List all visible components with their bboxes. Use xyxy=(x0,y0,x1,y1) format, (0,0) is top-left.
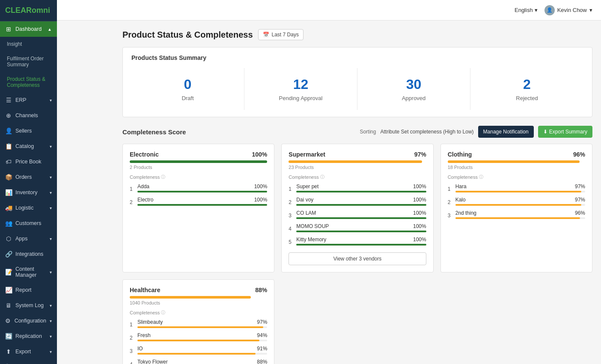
view-others-button[interactable]: View other 3 vendors xyxy=(289,252,426,265)
category-pct: 96% xyxy=(573,151,585,158)
sidebar-item-report[interactable]: 📈Report xyxy=(0,282,57,298)
vendor-rank: 4 xyxy=(289,226,296,232)
sidebar-item-channels[interactable]: ⊕Channels xyxy=(0,108,57,123)
category-pct: 97% xyxy=(414,151,426,158)
system-log-icon: 🖥 xyxy=(5,302,12,309)
sidebar-item-integrations[interactable]: 🔗Integrations xyxy=(0,246,57,262)
sidebar-item-label: Replication xyxy=(15,333,42,339)
vendor-bar-wrap xyxy=(455,204,585,206)
category-progress-bar xyxy=(130,160,267,163)
sidebar-item-export[interactable]: ⬆Export▾ xyxy=(0,344,57,359)
vendor-name: Slimbeauty xyxy=(137,319,253,325)
vendor-row: 4 Tokyo Flower 88% xyxy=(130,359,267,364)
vendor-bar xyxy=(137,204,267,206)
vendor-bar xyxy=(137,191,267,192)
vendor-rank: 1 xyxy=(289,186,296,192)
vendor-bar-wrap xyxy=(296,217,426,219)
sellers-icon: 👤 xyxy=(5,127,12,134)
chevron-icon: ▾ xyxy=(50,98,52,103)
vendor-pct: 100% xyxy=(413,183,426,189)
sidebar-item-inventory[interactable]: 📊Inventory▾ xyxy=(0,185,57,200)
sidebar-item-label: Report xyxy=(15,287,32,293)
chevron-icon: ▾ xyxy=(50,303,52,308)
vendor-rank: 2 xyxy=(448,199,455,205)
vendor-rank: 2 xyxy=(289,199,296,205)
status-item-rejected: 2 Rejected xyxy=(470,68,583,110)
category-header: Supermarket 97% xyxy=(289,151,426,158)
sidebar-item-configuration[interactable]: ⚙Configuration▾ xyxy=(0,313,57,328)
category-progress-bar xyxy=(289,160,422,163)
sidebar-item-apps[interactable]: ⬡Apps▾ xyxy=(0,231,57,246)
sorting-bar: Sorting Attribute Set completeness (High… xyxy=(360,126,592,138)
calendar-icon: 📅 xyxy=(263,32,269,38)
sidebar-item-pricebook[interactable]: 🏷Price Book xyxy=(0,154,57,169)
status-number: 30 xyxy=(406,77,422,92)
chevron-down-icon: ▾ xyxy=(589,7,592,13)
vendor-bar xyxy=(296,217,426,219)
completeness-title: Completeness Score xyxy=(122,128,186,136)
status-label: Approved xyxy=(402,95,426,101)
report-icon: 📈 xyxy=(5,287,12,293)
vendor-pct: 97% xyxy=(575,183,585,189)
sidebar-item-system[interactable]: 🔧System▾ xyxy=(0,359,57,364)
sidebar-item-fulfilment[interactable]: Fulfilment Order Summary xyxy=(0,51,57,72)
vendor-row: 1 Slimbeauty 97% xyxy=(130,319,267,330)
sidebar-item-erp[interactable]: ☰ERP▾ xyxy=(0,92,57,108)
sidebar: CLEARomni⊞Dashboard▲InsightFulfilment Or… xyxy=(0,0,57,364)
download-icon: ⬇ xyxy=(543,129,547,135)
vendor-row: 3 CO LAM 100% xyxy=(289,210,426,221)
vendor-name: Dai voy xyxy=(296,197,410,203)
language-selector[interactable]: English ▾ xyxy=(515,7,538,13)
sidebar-item-dashboard[interactable]: ⊞Dashboard▲ xyxy=(0,21,57,37)
sidebar-item-label: Orders xyxy=(15,174,32,180)
sidebar-item-logistic[interactable]: 🚚Logistic▾ xyxy=(0,200,57,216)
chevron-icon: ▾ xyxy=(50,270,52,275)
sidebar-item-orders[interactable]: 📦Orders▾ xyxy=(0,169,57,185)
sidebar-item-label: Export xyxy=(15,349,31,355)
apps-icon: ⬡ xyxy=(5,235,12,242)
category-pct: 100% xyxy=(252,151,268,158)
sidebar-item-label: Customers xyxy=(15,220,41,226)
inventory-icon: 📊 xyxy=(5,189,12,196)
sidebar-item-content-manager[interactable]: 📝Content Manager▾ xyxy=(0,262,57,282)
category-product-count: 18 Products xyxy=(448,165,585,170)
status-number: 0 xyxy=(184,77,192,92)
vendor-row: 2 Kalo 97% xyxy=(448,197,585,207)
sidebar-item-customers[interactable]: 👥Customers xyxy=(0,216,57,231)
sidebar-item-label: Inventory xyxy=(15,189,37,195)
vendor-bar-wrap xyxy=(296,191,426,192)
vendor-bar-wrap xyxy=(137,204,267,206)
vendor-bar-wrap xyxy=(296,231,426,232)
language-label: English xyxy=(515,7,533,13)
integrations-icon: 🔗 xyxy=(5,251,12,257)
vendor-pct: 94% xyxy=(257,332,267,338)
info-icon: ⓘ xyxy=(161,310,165,316)
sidebar-item-system-log[interactable]: 🖥System Log▾ xyxy=(0,298,57,313)
info-icon: ⓘ xyxy=(479,174,483,180)
vendor-rank: 1 xyxy=(448,186,455,192)
sidebar-item-product-status[interactable]: Product Status & Completeness xyxy=(0,72,57,92)
orders-icon: 📦 xyxy=(5,174,12,181)
vendor-bar-wrap xyxy=(455,191,585,192)
category-product-count: 1040 Products xyxy=(130,300,267,305)
status-label: Pending Approval xyxy=(279,95,323,101)
export-summary-button[interactable]: ⬇ Export Summary xyxy=(538,126,592,138)
chevron-icon: ▾ xyxy=(50,334,52,339)
sidebar-item-label: Fulfilment Order Summary xyxy=(7,56,52,68)
sidebar-item-insight[interactable]: Insight xyxy=(0,37,57,51)
vendor-pct: 100% xyxy=(254,197,268,203)
sidebar-item-sellers[interactable]: 👤Sellers xyxy=(0,123,57,139)
sidebar-logo: CLEARomni xyxy=(0,0,57,21)
vendor-bar-wrap xyxy=(137,353,267,355)
sidebar-item-label: Logistic xyxy=(15,205,33,211)
sidebar-item-catalog[interactable]: 📋Catalog▾ xyxy=(0,139,57,154)
category-product-count: 2 Products xyxy=(130,165,267,170)
user-menu[interactable]: 👤 Kevin Chow ▾ xyxy=(544,5,592,15)
vendor-name: Tokyo Flower xyxy=(137,359,253,364)
vendor-bar-wrap xyxy=(137,326,267,328)
vendor-name: MOMO SOUP xyxy=(296,223,410,229)
vendor-name: CO LAM xyxy=(296,210,410,216)
manage-notification-button[interactable]: Manage Notification xyxy=(478,126,534,138)
sidebar-item-replication[interactable]: 🔄Replication▾ xyxy=(0,328,57,344)
date-filter-button[interactable]: 📅 Last 7 Days xyxy=(258,29,303,40)
